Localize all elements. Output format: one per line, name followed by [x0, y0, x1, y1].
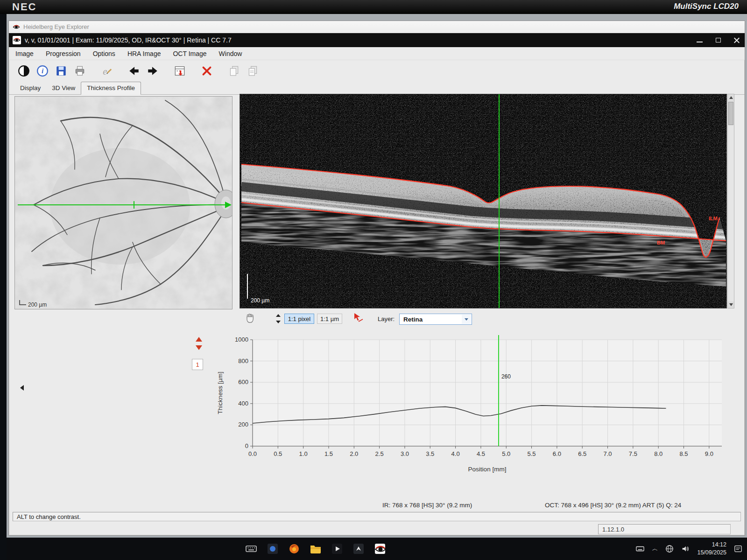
menu-options[interactable]: Options — [93, 50, 115, 57]
menubar: Image Progression Options HRA Image OCT … — [9, 47, 745, 60]
scroll-up-icon[interactable] — [728, 94, 734, 101]
svg-text:0: 0 — [245, 442, 248, 449]
info-icon[interactable]: i — [35, 63, 50, 78]
close-icon[interactable] — [734, 37, 740, 43]
profile-plot[interactable]: 0.00.51.01.52.02.53.03.54.04.55.05.56.06… — [213, 334, 731, 490]
copy-report-icon[interactable] — [226, 63, 241, 78]
scrollbar-thumb[interactable] — [728, 102, 733, 125]
exam-schedule-icon[interactable] — [172, 63, 187, 78]
print-icon[interactable] — [72, 63, 87, 78]
svg-text:400: 400 — [238, 400, 248, 407]
scan-down-icon[interactable] — [196, 345, 202, 350]
thickness-profile-chart: 1 0.00.51.01.52.02.53.03.54.04.55.05.56.… — [187, 334, 740, 490]
svg-text:6.5: 6.5 — [578, 450, 586, 457]
svg-text:7.0: 7.0 — [604, 450, 612, 457]
version-text: 1.12.1.0 — [602, 526, 624, 533]
desktop: Heidelberg Eye Explorer v, v, 01/01/2001… — [7, 14, 747, 538]
one-to-one-pixel-button[interactable]: 1:1 pixel — [284, 314, 314, 324]
one-to-one-micron-button[interactable]: 1:1 µm — [317, 314, 342, 324]
outer-titlebar[interactable]: Heidelberg Eye Explorer — [9, 21, 745, 33]
menu-progression[interactable]: Progression — [46, 50, 81, 57]
exam-eye-icon — [13, 36, 21, 44]
taskbar: ︿ 14:12 15/09/2025 — [7, 538, 747, 560]
svg-text:4.5: 4.5 — [477, 450, 485, 457]
taskbar-clock[interactable]: 14:12 15/09/2025 — [697, 541, 726, 557]
heidelberg-eye-taskbar-icon[interactable] — [374, 542, 387, 555]
previous-image-icon[interactable] — [127, 63, 141, 78]
volume-icon[interactable] — [681, 545, 690, 553]
svg-text:4.0: 4.0 — [451, 450, 460, 457]
scroll-down-icon[interactable] — [728, 301, 734, 308]
ir-info: IR: 768 x 768 [HS] 30° (9.2 mm) — [382, 502, 472, 509]
contrast-icon[interactable] — [16, 63, 31, 78]
svg-text:600: 600 — [238, 378, 248, 385]
oct-bscan-image[interactable]: ILM BM 200 µm — [240, 94, 727, 308]
menu-image[interactable]: Image — [15, 50, 34, 57]
tab-thickness-profile[interactable]: Thickness Profile — [81, 82, 141, 95]
network-globe-icon[interactable] — [665, 545, 674, 553]
menu-window[interactable]: Window — [219, 50, 242, 57]
svg-text:0.5: 0.5 — [274, 450, 282, 457]
save-icon[interactable] — [54, 63, 69, 78]
media-app-icon[interactable] — [331, 542, 344, 555]
tray-chevron-up-icon[interactable]: ︿ — [652, 545, 658, 553]
bm-label: BM — [657, 240, 665, 245]
monitor-brand: NEC — [12, 1, 36, 13]
svg-text:3.0: 3.0 — [401, 450, 409, 457]
toolbar: i e — [9, 60, 745, 82]
svg-text:e: e — [103, 66, 107, 77]
delete-icon[interactable] — [199, 63, 214, 78]
tabstrip: Display 3D View Thickness Profile — [9, 82, 745, 95]
svg-text:1.5: 1.5 — [324, 450, 333, 457]
svg-text:5.5: 5.5 — [528, 450, 536, 457]
tab-display[interactable]: Display — [14, 82, 46, 94]
scan-up-icon[interactable] — [196, 337, 202, 342]
exam-titlebar[interactable]: v, v, 01/01/2001 | Exam: 11/09/2025, OD,… — [9, 33, 745, 47]
touch-keyboard-icon[interactable] — [245, 542, 258, 555]
oct-info: OCT: 768 x 496 [HS] 30° (9.2 mm) ART (5)… — [545, 502, 681, 509]
svg-text:2.5: 2.5 — [375, 450, 384, 457]
svg-text:0.0: 0.0 — [248, 450, 257, 457]
monitor-bezel: NEC MultiSync LCD20 — [0, 0, 747, 14]
outer-title: Heidelberg Eye Explorer — [23, 23, 89, 30]
svg-text:3.5: 3.5 — [426, 450, 434, 457]
svg-text:7.5: 7.5 — [629, 450, 637, 457]
clock-time: 14:12 — [697, 541, 726, 549]
tab-3d-view[interactable]: 3D View — [46, 82, 81, 94]
oct-scrollbar[interactable] — [727, 94, 734, 308]
heidelberg-window: Heidelberg Eye Explorer v, v, 01/01/2001… — [8, 21, 745, 536]
scan-spinner[interactable] — [275, 313, 282, 324]
file-explorer-icon[interactable] — [309, 542, 322, 555]
pan-hand-icon[interactable] — [244, 312, 256, 324]
copy-image-icon[interactable] — [245, 63, 260, 78]
minimize-icon[interactable] — [697, 38, 703, 42]
clock-date: 15/09/2025 — [697, 549, 726, 557]
svg-text:1000: 1000 — [235, 336, 248, 343]
monitor-model: MultiSync LCD20 — [674, 2, 739, 11]
menu-hra-image[interactable]: HRA Image — [127, 50, 161, 57]
tray-keyboard-icon[interactable] — [636, 545, 644, 553]
svg-text:200: 200 — [238, 421, 248, 428]
layer-dropdown[interactable]: Retina — [399, 314, 472, 325]
arrow-app-icon[interactable] — [352, 542, 365, 555]
notification-center-icon[interactable] — [734, 545, 742, 553]
scan-index-badge: 1 — [192, 359, 203, 370]
restore-icon[interactable] — [716, 38, 721, 42]
chevron-down-icon[interactable] — [462, 315, 471, 324]
ir-fundus-image[interactable]: 200 µm — [14, 96, 233, 309]
oct-scale-label: 200 µm — [251, 297, 269, 304]
svg-text:8.5: 8.5 — [679, 450, 688, 457]
svg-text:Thickness [µm]: Thickness [µm] — [217, 371, 224, 414]
svg-text:800: 800 — [238, 357, 248, 364]
ir-scale-label: 200 µm — [28, 301, 47, 308]
status-bar: ALT to change contrast. — [13, 512, 741, 521]
dark-app-icon[interactable] — [266, 542, 279, 555]
measure-pointer-icon[interactable] — [352, 312, 364, 323]
browser-icon[interactable] — [288, 542, 301, 555]
next-image-icon[interactable] — [145, 63, 160, 78]
svg-text:8.0: 8.0 — [654, 450, 662, 457]
menu-oct-image[interactable]: OCT Image — [173, 50, 206, 57]
annotate-icon[interactable]: e — [99, 63, 114, 78]
svg-text:1.0: 1.0 — [299, 450, 308, 457]
panel-splitter-handle[interactable] — [20, 385, 24, 391]
